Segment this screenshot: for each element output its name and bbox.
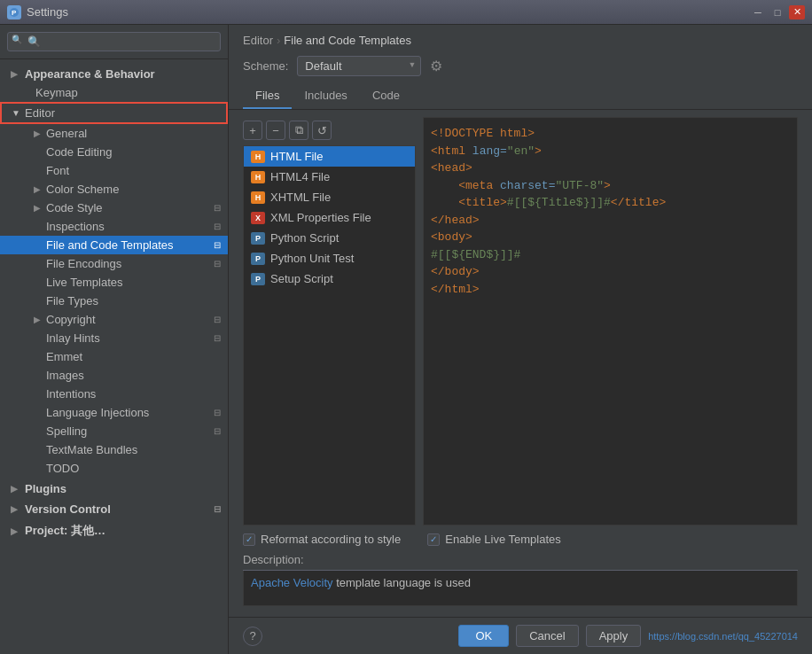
tab-includes[interactable]: Includes — [292, 83, 359, 109]
cancel-button[interactable]: Cancel — [516, 625, 578, 647]
badge-icon: ⊟ — [214, 504, 221, 514]
reformat-checkbox-label: Reformat according to style — [261, 533, 401, 546]
file-item-xhtml-file[interactable]: H XHTML File — [244, 187, 415, 207]
sidebar-item-label: Appearance & Behavior — [25, 67, 155, 81]
sidebar-item-color-scheme[interactable]: ▶ Color Scheme — [0, 180, 228, 199]
scheme-row: Scheme: Default Project ⚙ — [229, 52, 812, 83]
gear-icon[interactable]: ⚙ — [430, 58, 442, 74]
sidebar-item-language-injections[interactable]: Language Injections ⊟ — [0, 403, 228, 422]
files-panel: + − ⧉ ↺ H HTML File H HTML4 File — [243, 117, 798, 526]
sidebar-item-project[interactable]: ▶ Project: 其他… — [0, 518, 228, 541]
file-item-python-unit-test[interactable]: P Python Unit Test — [244, 248, 415, 269]
live-templates-checkbox-box: ✓ — [427, 533, 440, 546]
code-line-8: #[[${END$}]]# — [431, 246, 790, 264]
window-title: Settings — [27, 5, 745, 19]
remove-button[interactable]: − — [266, 121, 285, 140]
sidebar-item-appearance[interactable]: ▶ Appearance & Behavior — [0, 63, 228, 83]
sidebar-item-general[interactable]: ▶ General — [0, 124, 228, 143]
sidebar-item-file-types[interactable]: File Types — [0, 292, 228, 310]
help-button[interactable]: ? — [243, 627, 262, 646]
file-item-xml-properties-file[interactable]: X XML Properties File — [244, 207, 415, 228]
scheme-label: Scheme: — [243, 59, 288, 73]
sidebar-item-label: Editor — [25, 106, 55, 120]
file-item-html4-file[interactable]: H HTML4 File — [244, 167, 415, 187]
badge-icon: ⊟ — [214, 408, 221, 417]
sidebar: ▶ Appearance & Behavior Keymap ▼ Editor … — [0, 25, 229, 654]
sidebar-item-inspections[interactable]: Inspections ⊟ — [0, 217, 228, 236]
reset-button[interactable]: ↺ — [312, 121, 332, 140]
description-box: Apache Velocity template language is use… — [243, 571, 798, 606]
badge-icon: ⊟ — [214, 426, 221, 436]
xhtml-file-icon: H — [251, 191, 265, 204]
copy-button[interactable]: ⧉ — [289, 121, 308, 140]
watermark-link[interactable]: https://blog.csdn.net/qq_45227014 — [648, 631, 798, 642]
sidebar-item-font[interactable]: Font — [0, 161, 228, 180]
bottom-left: ? — [243, 627, 262, 646]
add-button[interactable]: + — [243, 121, 262, 140]
sidebar-item-textmate-bundles[interactable]: TextMate Bundles — [0, 440, 228, 459]
tabs-bar: Files Includes Code — [229, 83, 812, 110]
code-line-6: </head> — [431, 212, 790, 230]
search-input[interactable] — [7, 32, 221, 51]
sidebar-item-live-templates[interactable]: Live Templates — [0, 273, 228, 292]
sidebar-item-spelling[interactable]: Spelling ⊟ — [0, 422, 228, 440]
sidebar-item-inlay-hints[interactable]: Inlay Hints ⊟ — [0, 329, 228, 347]
sidebar-item-code-style[interactable]: ▶ Code Style ⊟ — [0, 199, 228, 217]
sidebar-item-file-encodings[interactable]: File Encodings ⊟ — [0, 254, 228, 273]
live-templates-checkbox-label: Enable Live Templates — [445, 533, 561, 546]
file-list-panel: + − ⧉ ↺ H HTML File H HTML4 File — [243, 117, 416, 526]
file-item-label: Setup Script — [270, 272, 333, 285]
code-editor-panel[interactable]: <!DOCTYPE html> <html lang="en"> <head> … — [423, 117, 798, 526]
close-button[interactable]: ✕ — [789, 5, 805, 19]
breadcrumb-separator: › — [277, 34, 280, 47]
badge-icon: ⊟ — [214, 222, 221, 231]
file-item-label: Python Script — [270, 231, 339, 245]
reformat-checkbox-box: ✓ — [243, 533, 255, 546]
scheme-select-wrapper: Default Project — [297, 56, 421, 76]
sidebar-tree: ▶ Appearance & Behavior Keymap ▼ Editor … — [0, 59, 228, 654]
file-item-html-file[interactable]: H HTML File — [244, 146, 415, 167]
tab-files[interactable]: Files — [243, 83, 292, 109]
ok-button[interactable]: OK — [458, 625, 509, 647]
live-templates-checkbox[interactable]: ✓ Enable Live Templates — [427, 533, 561, 546]
file-item-setup-script[interactable]: P Setup Script — [244, 269, 415, 289]
arrow-icon: ▶ — [11, 69, 21, 79]
sidebar-item-todo[interactable]: TODO — [0, 459, 228, 478]
tab-code[interactable]: Code — [360, 83, 412, 109]
sidebar-item-plugins[interactable]: ▶ Plugins — [0, 478, 228, 498]
sidebar-item-intentions[interactable]: Intentions — [0, 385, 228, 403]
maximize-button[interactable]: □ — [769, 5, 785, 19]
sidebar-item-images[interactable]: Images — [0, 366, 228, 385]
code-line-9: </body> — [431, 263, 790, 281]
reformat-checkbox[interactable]: ✓ Reformat according to style — [243, 533, 401, 546]
sidebar-item-label: Spelling — [46, 424, 210, 438]
sidebar-item-file-and-code-templates[interactable]: File and Code Templates ⊟ — [0, 236, 228, 254]
badge-icon: ⊟ — [214, 203, 221, 213]
window-controls: ─ □ ✕ — [750, 5, 805, 19]
sidebar-item-emmet[interactable]: Emmet — [0, 347, 228, 366]
sidebar-item-editor[interactable]: ▼ Editor — [0, 102, 228, 124]
sidebar-item-version-control[interactable]: ▶ Version Control ⊟ — [0, 498, 228, 518]
sidebar-item-label: Project: 其他… — [25, 523, 105, 539]
sidebar-item-label: Code Editing — [46, 145, 112, 159]
file-item-label: XHTML File — [270, 191, 331, 204]
file-item-label: HTML File — [270, 150, 323, 163]
sidebar-item-code-editing[interactable]: Code Editing — [0, 143, 228, 161]
description-text-after: template language is used — [333, 576, 471, 589]
code-line-3: <head> — [431, 160, 790, 177]
sidebar-item-label: Copyright — [46, 313, 210, 326]
minimize-button[interactable]: ─ — [750, 5, 766, 19]
app-icon: P — [7, 5, 21, 19]
sidebar-item-label: Inlay Hints — [46, 331, 210, 345]
breadcrumb-parent: Editor — [243, 34, 273, 47]
scheme-select[interactable]: Default Project — [297, 56, 421, 76]
velocity-link[interactable]: Apache Velocity — [251, 576, 333, 589]
sidebar-item-copyright[interactable]: ▶ Copyright ⊟ — [0, 310, 228, 329]
checkboxes-row: ✓ Reformat according to style ✓ Enable L… — [243, 526, 798, 549]
sidebar-item-keymap[interactable]: Keymap — [0, 83, 228, 102]
file-item-python-script[interactable]: P Python Script — [244, 228, 415, 248]
sidebar-item-label: Intentions — [46, 387, 96, 401]
html4-file-icon: H — [251, 171, 265, 183]
apply-button[interactable]: Apply — [586, 625, 642, 647]
sidebar-item-label: General — [46, 127, 87, 140]
